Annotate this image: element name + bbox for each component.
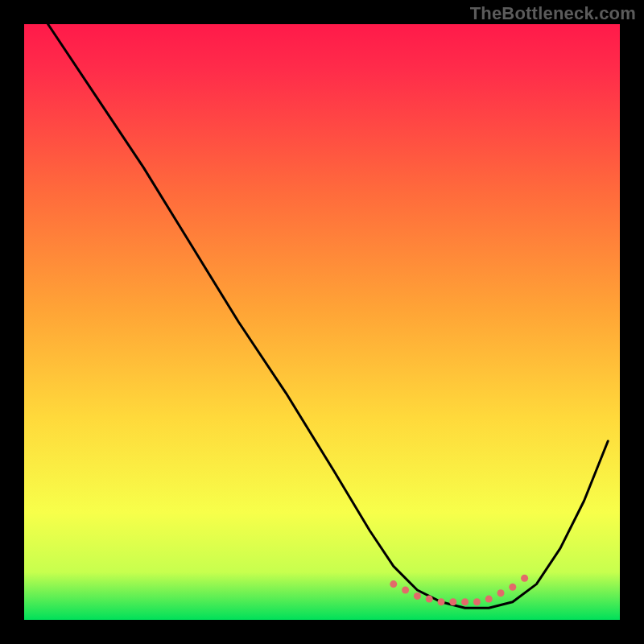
watermark-text: TheBottleneck.com bbox=[470, 3, 636, 24]
marker-dot bbox=[497, 589, 505, 597]
gradient-background bbox=[24, 24, 620, 620]
marker-dot bbox=[402, 587, 409, 594]
marker-dot bbox=[390, 580, 397, 588]
marker-dot bbox=[509, 584, 516, 591]
marker-dot bbox=[449, 598, 456, 605]
marker-dot bbox=[521, 575, 528, 582]
marker-dot bbox=[473, 598, 481, 605]
marker-dot bbox=[426, 596, 433, 603]
chart-plot bbox=[0, 0, 644, 644]
marker-dot bbox=[414, 592, 421, 600]
chart-frame: TheBottleneck.com bbox=[0, 0, 644, 644]
marker-dot bbox=[461, 598, 469, 605]
marker-dot bbox=[438, 598, 445, 605]
marker-dot bbox=[485, 596, 493, 603]
